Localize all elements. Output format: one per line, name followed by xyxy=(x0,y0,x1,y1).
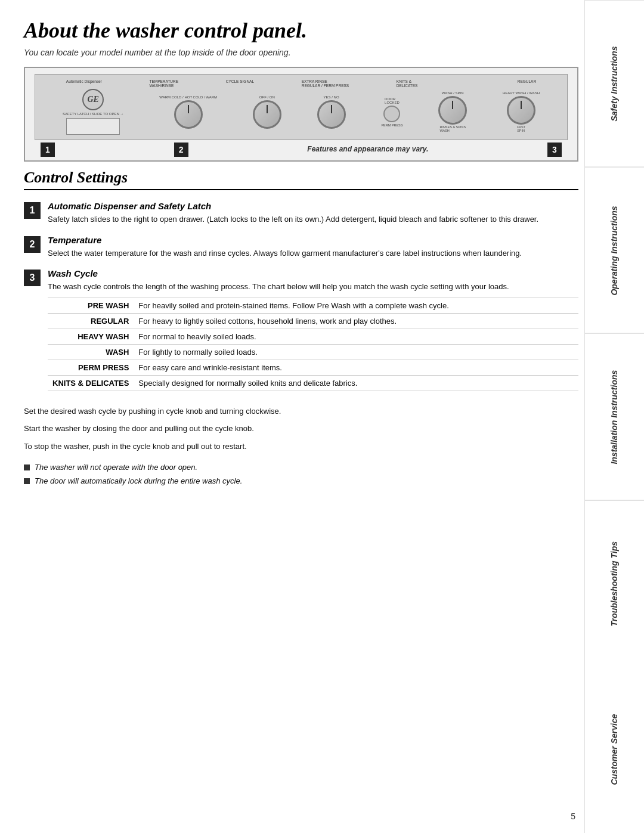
page-number: 5 xyxy=(571,812,575,821)
section-title: Control Settings xyxy=(24,169,578,190)
body-paragraphs: Set the desired wash cycle by pushing in… xyxy=(24,405,578,453)
item-2-content: Temperature Select the water temperature… xyxy=(48,235,578,259)
door-locked-indicator xyxy=(383,106,400,122)
item-3-block: 3 Wash Cycle The wash cycle controls the… xyxy=(24,268,578,396)
body-paragraph: Start the washer by closing the door and… xyxy=(24,423,578,435)
bullet-square xyxy=(24,478,30,484)
sidebar-tab-1[interactable]: Operating Instructions xyxy=(585,167,644,334)
item-1-body: Safety latch slides to the right to open… xyxy=(48,213,578,225)
table-desc: For easy care and wrinkle-resistant item… xyxy=(134,360,578,375)
sidebar-tab-2[interactable]: Installation Instructions xyxy=(585,333,644,500)
table-row: HEAVY WASHFor normal to heavily soiled l… xyxy=(48,329,578,344)
knits-delicates-dial[interactable] xyxy=(438,96,467,125)
sidebar-tab-0[interactable]: Safety Instructions xyxy=(585,0,644,167)
item-2-block: 2 Temperature Select the water temperatu… xyxy=(24,235,578,259)
panel-number-1: 1 xyxy=(41,143,55,157)
wash-cycle-table: PRE WASHFor heavily soiled and protein-s… xyxy=(48,298,578,391)
bullet-square xyxy=(24,465,30,470)
item-3-content: Wash Cycle The wash cycle controls the l… xyxy=(48,268,578,396)
item-3-badge: 3 xyxy=(24,270,41,286)
table-row: WASHFor lightly to normally soiled loads… xyxy=(48,344,578,360)
item-1-content: Automatic Dispenser and Safety Latch Saf… xyxy=(48,201,578,225)
ge-logo: GE xyxy=(82,89,104,110)
item-1-block: 1 Automatic Dispenser and Safety Latch S… xyxy=(24,201,578,225)
sidebar-tab-4[interactable]: Customer Service xyxy=(585,667,644,833)
table-label: WASH xyxy=(48,344,134,360)
bullet-notes-section: The washer will not operate with the doo… xyxy=(24,463,578,485)
page-title: About the washer control panel. xyxy=(24,18,578,43)
table-label: HEAVY WASH xyxy=(48,329,134,344)
table-label: REGULAR xyxy=(48,313,134,329)
table-label: PRE WASH xyxy=(48,298,134,313)
table-desc: For heavily soiled and protein-stained i… xyxy=(134,298,578,313)
panel-labels: Automatic Dispenser TEMPERATUREWASH/RINS… xyxy=(42,79,560,88)
bullet-text: The washer will not operate with the doo… xyxy=(35,463,197,472)
panel-numbers-row: 1 2 Features and appearance may vary. 3 xyxy=(35,140,568,157)
item-3-heading: Wash Cycle xyxy=(48,268,578,278)
table-row: REGULARFor heavy to lightly soiled cotto… xyxy=(48,313,578,329)
table-desc: Specially designed for normally soiled k… xyxy=(134,375,578,391)
body-paragraph: To stop the washer, push in the cycle kn… xyxy=(24,441,578,453)
item-2-heading: Temperature xyxy=(48,235,578,245)
right-sidebar: Safety InstructionsOperating Instruction… xyxy=(584,0,644,833)
bullet-note: The washer will not operate with the doo… xyxy=(24,463,578,472)
item-1-heading: Automatic Dispenser and Safety Latch xyxy=(48,201,578,211)
bullet-text: The door will automatically lock during … xyxy=(35,476,242,485)
temperature-dial[interactable] xyxy=(174,100,203,129)
bullet-note: The door will automatically lock during … xyxy=(24,476,578,485)
body-paragraph: Set the desired wash cycle by pushing in… xyxy=(24,405,578,417)
table-desc: For heavy to lightly soiled cottons, hou… xyxy=(134,313,578,329)
extra-rinse-dial[interactable] xyxy=(317,100,346,129)
item-2-badge: 2 xyxy=(24,236,41,253)
table-label: PERM PRESS xyxy=(48,360,134,375)
panel-number-2: 2 xyxy=(174,143,188,157)
table-label: KNITS & DELICATES xyxy=(48,375,134,391)
table-row: KNITS & DELICATESSpecially designed for … xyxy=(48,375,578,391)
item-3-body: The wash cycle controls the length of th… xyxy=(48,281,578,293)
control-panel-diagram: Automatic Dispenser TEMPERATUREWASH/RINS… xyxy=(24,67,578,162)
table-row: PRE WASHFor heavily soiled and protein-s… xyxy=(48,298,578,313)
item-1-badge: 1 xyxy=(24,202,41,219)
panel-number-3: 3 xyxy=(547,143,562,157)
table-desc: For lightly to normally soiled loads. xyxy=(134,344,578,360)
table-row: PERM PRESSFor easy care and wrinkle-resi… xyxy=(48,360,578,375)
cycle-signal-dial[interactable] xyxy=(253,100,281,129)
table-desc: For normal to heavily soiled loads. xyxy=(134,329,578,344)
safety-latch xyxy=(66,118,120,135)
sidebar-tab-3[interactable]: Troubleshooting Tips xyxy=(585,500,644,667)
panel-controls: GE SAFETY LATCH / SLIDE TO OPEN → WARM C… xyxy=(42,89,560,135)
page-subtitle: You can locate your model number at the … xyxy=(24,48,578,57)
panel-caption: Features and appearance may vary. xyxy=(307,145,428,157)
item-2-body: Select the water temperature for the was… xyxy=(48,247,578,259)
regular-dial[interactable] xyxy=(507,96,535,125)
